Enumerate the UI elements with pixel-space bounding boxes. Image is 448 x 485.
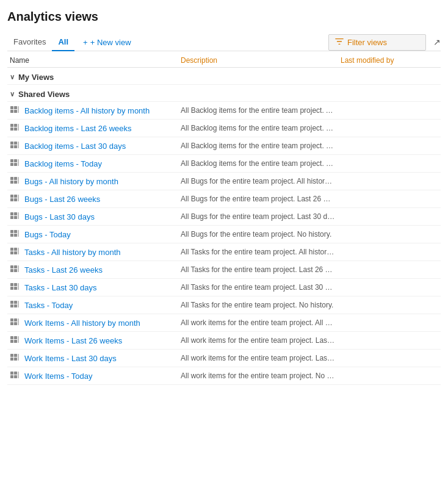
row-description: All Bugs for the entire team project. La… — [181, 195, 341, 203]
table-row[interactable]: Bugs - Last 26 weeks All Bugs for the en… — [7, 190, 441, 208]
svg-rect-36 — [14, 230, 17, 233]
row-name[interactable]: Tasks - Last 26 weeks — [10, 265, 181, 275]
table-row[interactable]: Work Items - All history by month All wo… — [7, 314, 441, 332]
row-name-text: Bugs - Last 30 days — [24, 212, 95, 221]
new-view-button[interactable]: + + New view — [77, 34, 137, 51]
table-row[interactable]: Bugs - Today All Bugs for the entire tea… — [7, 226, 441, 243]
row-name[interactable]: Tasks - All history by month — [10, 247, 181, 257]
svg-rect-20 — [10, 177, 13, 180]
row-description: All work items for the entire team proje… — [181, 318, 341, 327]
svg-rect-77 — [10, 375, 13, 378]
grid-icon — [10, 265, 20, 275]
table-row[interactable]: Bugs - Last 30 days All Bugs for the ent… — [7, 208, 441, 226]
row-name[interactable]: Tasks - Last 30 days — [10, 282, 181, 292]
expand-icon[interactable]: ↗ — [433, 37, 441, 47]
row-name[interactable]: Work Items - Today — [10, 371, 181, 381]
row-name[interactable]: Backlog items - All history by month — [10, 106, 181, 115]
row-description: All work items for the entire team proje… — [181, 372, 341, 380]
table-row[interactable]: Tasks - Today All Tasks for the entire t… — [7, 296, 441, 314]
svg-rect-46 — [14, 265, 17, 268]
table-row[interactable]: Tasks - Last 30 days All Tasks for the e… — [7, 279, 441, 296]
svg-rect-72 — [10, 357, 13, 361]
grid-icon — [10, 194, 20, 204]
svg-rect-1 — [14, 106, 17, 109]
row-name[interactable]: Backlog items - Last 30 days — [10, 141, 181, 151]
grid-icon — [10, 229, 20, 239]
row-description: All Bugs for the entire team project. No… — [181, 230, 341, 239]
section-my-views[interactable]: ∨ My Views — [7, 68, 441, 85]
svg-rect-69 — [18, 336, 19, 343]
svg-rect-28 — [14, 198, 17, 201]
svg-rect-70 — [10, 354, 13, 357]
shared-rows-container: Backlog items - All history by month All… — [7, 102, 441, 385]
svg-rect-65 — [10, 336, 13, 339]
section-shared-views[interactable]: ∨ Shared Views — [7, 85, 441, 102]
row-description: All Tasks for the entire team project. N… — [181, 301, 341, 309]
filter-box[interactable]: Filter views — [328, 34, 426, 51]
filter-label: Filter views — [347, 38, 387, 47]
table-row[interactable]: Bugs - All history by month All Bugs for… — [7, 173, 441, 190]
tab-favorites[interactable]: Favorites — [7, 34, 52, 51]
table-row[interactable]: Tasks - All history by month All Tasks f… — [7, 243, 441, 261]
table-row[interactable]: Backlog items - Today All Backlog items … — [7, 155, 441, 173]
row-name[interactable]: Work Items - Last 26 weeks — [10, 336, 181, 345]
table-header: Name Description Last modified by — [7, 51, 441, 68]
svg-rect-44 — [18, 248, 19, 254]
row-description: All Backlog items for the entire team pr… — [181, 159, 341, 168]
svg-rect-32 — [10, 216, 13, 219]
table-row[interactable]: Backlog items - Last 26 weeks All Backlo… — [7, 120, 441, 137]
grid-icon — [10, 141, 20, 151]
row-name-text: Backlog items - All history by month — [24, 106, 150, 115]
svg-rect-40 — [10, 248, 13, 251]
svg-rect-79 — [18, 372, 19, 378]
grid-icon — [10, 371, 20, 381]
row-name[interactable]: Bugs - All history by month — [10, 176, 181, 186]
svg-rect-55 — [10, 301, 13, 304]
row-name[interactable]: Bugs - Last 30 days — [10, 212, 181, 221]
svg-rect-3 — [14, 110, 17, 113]
svg-rect-64 — [18, 318, 19, 325]
row-description: All Backlog items for the entire team pr… — [181, 106, 341, 115]
table-row[interactable]: Tasks - Last 26 weeks All Tasks for the … — [7, 261, 441, 279]
table-row[interactable]: Backlog items - Last 30 days All Backlog… — [7, 137, 441, 155]
svg-rect-49 — [18, 265, 19, 272]
svg-rect-78 — [14, 375, 17, 378]
row-name[interactable]: Work Items - Last 30 days — [10, 353, 181, 363]
row-name[interactable]: Backlog items - Today — [10, 159, 181, 168]
svg-rect-37 — [10, 234, 13, 237]
row-name[interactable]: Backlog items - Last 26 weeks — [10, 123, 181, 133]
grid-icon — [10, 353, 20, 363]
tab-all[interactable]: All — [52, 34, 74, 51]
chevron-down-icon: ∨ — [10, 73, 15, 81]
svg-rect-74 — [18, 354, 19, 361]
table-row[interactable]: Backlog items - All history by month All… — [7, 102, 441, 120]
table-row[interactable]: Work Items - Last 26 weeks All work item… — [7, 332, 441, 350]
column-description: Description — [181, 56, 341, 65]
svg-rect-26 — [14, 195, 17, 198]
svg-rect-53 — [14, 287, 17, 290]
grid-icon — [10, 300, 20, 310]
svg-rect-33 — [14, 216, 17, 219]
grid-icon — [10, 318, 20, 328]
svg-rect-4 — [18, 106, 19, 113]
grid-icon — [10, 336, 20, 345]
table-row[interactable]: Work Items - Last 30 days All work items… — [7, 350, 441, 367]
row-name[interactable]: Work Items - All history by month — [10, 318, 181, 328]
svg-rect-14 — [18, 142, 19, 148]
svg-rect-31 — [14, 212, 17, 215]
table-row[interactable]: Work Items - Today All work items for th… — [7, 367, 441, 385]
row-name-text: Work Items - Last 30 days — [24, 354, 117, 363]
column-last-modified: Last modified by — [341, 56, 438, 65]
filter-icon — [335, 37, 344, 48]
row-name-text: Tasks - Today — [24, 301, 73, 310]
svg-rect-30 — [10, 212, 13, 215]
svg-rect-29 — [18, 195, 19, 201]
svg-rect-39 — [18, 230, 19, 237]
row-name[interactable]: Bugs - Today — [10, 229, 181, 239]
svg-rect-63 — [14, 322, 17, 325]
svg-rect-50 — [10, 283, 13, 286]
row-name[interactable]: Tasks - Today — [10, 300, 181, 310]
svg-rect-47 — [10, 269, 13, 272]
row-name[interactable]: Bugs - Last 26 weeks — [10, 194, 181, 204]
row-name-text: Work Items - All history by month — [24, 318, 140, 328]
